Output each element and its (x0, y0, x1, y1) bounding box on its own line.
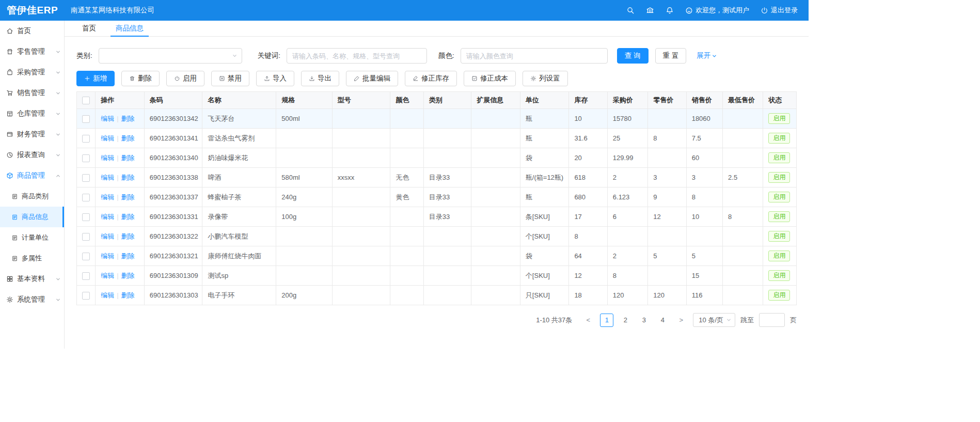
delete-link[interactable]: 删除 (121, 291, 135, 299)
toolbar-修正库存-button[interactable]: 修正库存 (405, 71, 457, 86)
sidebar-item-商品信息[interactable]: 商品信息 (0, 207, 64, 227)
color-input[interactable] (461, 48, 608, 64)
sidebar-item-仓库管理[interactable]: 仓库管理 (0, 103, 64, 124)
link-divider: | (117, 213, 118, 221)
edit-link[interactable]: 编辑 (101, 272, 114, 279)
status-badge[interactable]: 启用 (768, 251, 790, 262)
delete-link[interactable]: 删除 (121, 174, 135, 181)
edit-link[interactable]: 编辑 (101, 213, 114, 221)
toolbar-导出-button[interactable]: 导出 (301, 71, 339, 86)
status-badge[interactable]: 启用 (768, 113, 790, 124)
toolbar: 新增 删除 启用 禁用 导入 导出 批量编辑 修正库存 修正成本 列设置 (76, 71, 797, 86)
toolbar-列设置-button[interactable]: 列设置 (523, 71, 568, 86)
row-checkbox[interactable] (82, 115, 90, 123)
reset-button[interactable]: 重 置 (655, 48, 687, 64)
row-checkbox[interactable] (82, 154, 90, 162)
toolbar-修正成本-button[interactable]: 修正成本 (464, 71, 516, 86)
status-badge[interactable]: 启用 (768, 290, 790, 301)
edit-link[interactable]: 编辑 (101, 115, 114, 122)
sidebar-item-财务管理[interactable]: 财务管理 (0, 124, 64, 145)
toolbar-删除-button[interactable]: 删除 (121, 71, 160, 86)
sidebar-item-商品管理[interactable]: 商品管理 (0, 165, 64, 186)
bank-icon[interactable] (646, 6, 654, 14)
spec-cell (276, 129, 333, 148)
row-checkbox[interactable] (82, 233, 90, 241)
jump-input[interactable] (759, 313, 785, 327)
edit-link[interactable]: 编辑 (101, 291, 114, 299)
page-button-3[interactable]: 3 (637, 314, 651, 327)
sidebar-item-基本资料[interactable]: 基本资料 (0, 269, 64, 289)
delete-link[interactable]: 删除 (121, 213, 135, 221)
status-badge[interactable]: 启用 (768, 133, 790, 144)
page-size-select[interactable]: 10 条/页 (693, 313, 735, 327)
sidebar-item-采购管理[interactable]: 采购管理 (0, 62, 64, 83)
status-badge[interactable]: 启用 (768, 172, 790, 183)
row-checkbox[interactable] (82, 292, 90, 300)
tab-首页[interactable]: 首页 (77, 21, 101, 37)
search-button[interactable]: 查 询 (617, 48, 649, 64)
sidebar-item-多属性[interactable]: 多属性 (0, 248, 64, 269)
status-badge[interactable]: 启用 (768, 270, 790, 282)
sidebar-item-计量单位[interactable]: 计量单位 (0, 227, 64, 248)
select-all-checkbox[interactable] (82, 97, 90, 104)
toolbar-新增-button[interactable]: 新增 (76, 71, 115, 86)
color-cell (390, 148, 423, 168)
delete-link[interactable]: 删除 (121, 193, 135, 201)
sidebar-item-系统管理[interactable]: 系统管理 (0, 289, 64, 310)
warehouse-icon (6, 110, 13, 117)
sidebar-item-销售管理[interactable]: 销售管理 (0, 83, 64, 103)
status-badge[interactable]: 启用 (768, 231, 790, 242)
delete-link[interactable]: 删除 (121, 115, 135, 122)
model-cell (332, 286, 390, 305)
model-cell (332, 129, 390, 148)
sidebar-item-首页[interactable]: 首页 (0, 21, 64, 41)
fix-stock-icon (413, 75, 419, 82)
delete-link[interactable]: 删除 (121, 252, 135, 260)
expand-link[interactable]: 展开 (697, 51, 717, 60)
sidebar-item-报表查询[interactable]: 报表查询 (0, 145, 64, 165)
retail-price-cell: 120 (648, 286, 686, 305)
page-button-2[interactable]: 2 (619, 314, 632, 327)
sidebar-item-商品类别[interactable]: 商品类别 (0, 186, 64, 207)
color-cell (390, 266, 423, 286)
welcome-user[interactable]: 欢迎您，测试用户 (685, 6, 749, 15)
toolbar-启用-button[interactable]: 启用 (166, 71, 204, 86)
edit-link[interactable]: 编辑 (101, 232, 114, 240)
page-buttons: 1234 (600, 314, 669, 327)
row-checkbox[interactable] (82, 253, 90, 260)
table-row: 编辑|删除 6901236301331 录像带 100g 目录33 条[SKU]… (77, 207, 797, 227)
category-select[interactable] (99, 48, 242, 64)
bell-icon[interactable] (666, 6, 674, 14)
row-checkbox[interactable] (82, 194, 90, 201)
sales-icon (6, 89, 13, 97)
status-badge[interactable]: 启用 (768, 152, 790, 164)
edit-link[interactable]: 编辑 (101, 154, 114, 162)
row-checkbox[interactable] (82, 272, 90, 280)
logout-button[interactable]: 退出登录 (761, 6, 798, 15)
edit-link[interactable]: 编辑 (101, 193, 114, 201)
keyword-input[interactable] (287, 48, 427, 64)
row-checkbox[interactable] (82, 174, 90, 182)
delete-link[interactable]: 删除 (121, 232, 135, 240)
prev-page-button[interactable]: < (581, 314, 595, 327)
edit-link[interactable]: 编辑 (101, 174, 114, 181)
delete-link[interactable]: 删除 (121, 154, 135, 162)
page-button-4[interactable]: 4 (656, 314, 669, 327)
row-checkbox[interactable] (82, 135, 90, 143)
sidebar-item-零售管理[interactable]: 零售管理 (0, 41, 64, 62)
next-page-button[interactable]: > (674, 314, 688, 327)
page-button-1[interactable]: 1 (600, 314, 613, 327)
delete-link[interactable]: 删除 (121, 134, 135, 142)
row-checkbox[interactable] (82, 213, 90, 221)
edit-link[interactable]: 编辑 (101, 134, 114, 142)
status-badge[interactable]: 启用 (768, 211, 790, 223)
toolbar-禁用-button[interactable]: 禁用 (211, 71, 249, 86)
toolbar-批量编辑-button[interactable]: 批量编辑 (346, 71, 398, 86)
edit-link[interactable]: 编辑 (101, 252, 114, 260)
toolbar-导入-button[interactable]: 导入 (256, 71, 294, 86)
search-icon[interactable] (626, 6, 635, 14)
tab-商品信息[interactable]: 商品信息 (110, 21, 149, 37)
purchase-price-cell: 2 (607, 246, 647, 266)
delete-link[interactable]: 删除 (121, 272, 135, 279)
status-badge[interactable]: 启用 (768, 192, 790, 203)
